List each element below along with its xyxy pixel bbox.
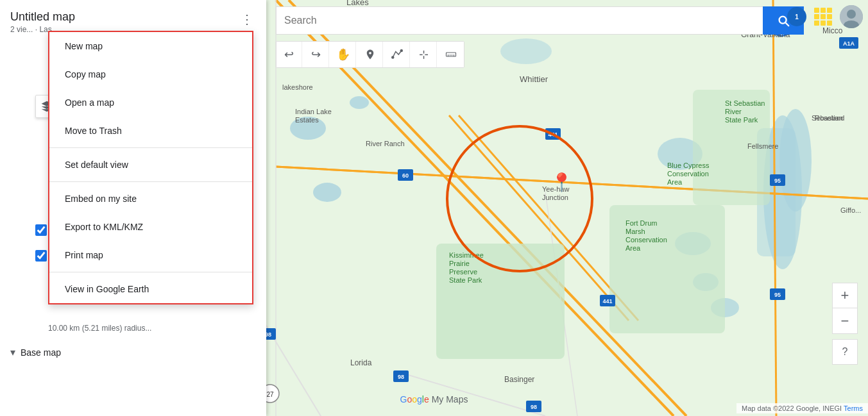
draw-line-button[interactable] bbox=[384, 42, 410, 67]
svg-text:95: 95 bbox=[774, 178, 781, 184]
svg-text:Prairie: Prairie bbox=[449, 260, 470, 267]
svg-point-86 bbox=[400, 50, 402, 52]
sidebar-map-title: Untitled map bbox=[10, 10, 75, 24]
menu-item-embed-on-site[interactable]: Embed on my site bbox=[49, 185, 252, 213]
chevron-down-icon: ▾ bbox=[10, 346, 15, 358]
context-menu: New mapCopy mapOpen a mapMove to TrashSe… bbox=[48, 31, 253, 304]
google-logo: Google My Maps bbox=[400, 394, 468, 404]
top-right-area: 1 bbox=[787, 5, 863, 28]
svg-text:98: 98 bbox=[531, 404, 537, 410]
svg-text:Preserve: Preserve bbox=[449, 268, 477, 276]
svg-point-6 bbox=[350, 96, 369, 109]
ruler-button[interactable] bbox=[438, 42, 464, 67]
apps-grid-button[interactable] bbox=[814, 8, 832, 26]
svg-text:River Ranch: River Ranch bbox=[366, 140, 405, 147]
svg-point-85 bbox=[391, 56, 393, 58]
zoom-controls: + − ? bbox=[832, 283, 858, 365]
road-sign-icon: 1 bbox=[787, 7, 806, 26]
svg-text:Fort Drum: Fort Drum bbox=[625, 219, 658, 227]
menu-divider-4 bbox=[49, 181, 252, 182]
layer-checkbox-2-row bbox=[35, 250, 47, 262]
svg-text:Area: Area bbox=[667, 178, 683, 186]
zoom-out-button[interactable]: − bbox=[832, 308, 858, 334]
svg-text:Blue Cypress: Blue Cypress bbox=[667, 162, 710, 169]
menu-item-copy-map[interactable]: Copy map bbox=[49, 60, 252, 88]
svg-text:A1A: A1A bbox=[843, 40, 855, 47]
menu-item-new-map[interactable]: New map bbox=[49, 32, 252, 60]
svg-text:Fellsmere: Fellsmere bbox=[747, 142, 778, 150]
svg-text:Marsh: Marsh bbox=[625, 228, 645, 235]
svg-text:Area: Area bbox=[625, 244, 641, 252]
pan-button[interactable]: ✋ bbox=[330, 42, 356, 67]
svg-text:Estates: Estates bbox=[295, 116, 319, 124]
menu-divider-3 bbox=[49, 147, 252, 148]
svg-text:Kissimmee: Kissimmee bbox=[449, 251, 484, 259]
marker2-button[interactable]: ⊹ bbox=[411, 42, 437, 67]
svg-text:Lorida: Lorida bbox=[350, 358, 372, 367]
svg-text:60: 60 bbox=[402, 172, 409, 179]
layer-checkbox-2[interactable] bbox=[35, 250, 47, 262]
map-attribution: Map data ©2022 Google, INEGI Terms bbox=[736, 403, 868, 413]
svg-point-93 bbox=[847, 10, 856, 19]
search-input[interactable] bbox=[276, 6, 763, 35]
svg-text:98: 98 bbox=[398, 374, 404, 380]
redo-button[interactable]: ↪ bbox=[303, 42, 329, 67]
marker-button[interactable] bbox=[357, 42, 383, 67]
svg-text:St Sebastian: St Sebastian bbox=[725, 99, 765, 107]
avatar-image bbox=[840, 5, 863, 28]
svg-text:Indian Lake: Indian Lake bbox=[295, 108, 332, 115]
svg-text:State Park: State Park bbox=[449, 276, 482, 284]
svg-rect-87 bbox=[447, 53, 456, 56]
svg-text:Whittier: Whittier bbox=[520, 74, 549, 84]
svg-point-12 bbox=[500, 38, 552, 64]
zoom-in-button[interactable]: + bbox=[832, 283, 858, 308]
svg-text:95: 95 bbox=[774, 292, 781, 298]
menu-item-view-google-earth[interactable]: View in Google Earth bbox=[49, 275, 252, 303]
base-map-row[interactable]: ▾ Base map bbox=[10, 346, 61, 358]
menu-item-print-map[interactable]: Print map bbox=[49, 241, 252, 269]
toolbar: ↩ ↪ ✋ ⊹ bbox=[276, 41, 464, 68]
layer-checkbox-1-row bbox=[35, 224, 47, 236]
svg-text:State Park: State Park bbox=[725, 116, 758, 124]
map-pin: 📍 bbox=[550, 172, 573, 193]
menu-divider-7 bbox=[49, 272, 252, 272]
svg-text:27: 27 bbox=[266, 391, 274, 398]
svg-text:River: River bbox=[725, 108, 742, 115]
menu-item-move-to-trash[interactable]: Move to Trash bbox=[49, 117, 252, 145]
menu-item-set-default-view[interactable]: Set default view bbox=[49, 151, 252, 179]
svg-text:lakeshore: lakeshore bbox=[282, 83, 313, 91]
svg-text:Basinger: Basinger bbox=[504, 375, 534, 384]
svg-text:Conservation: Conservation bbox=[625, 236, 667, 244]
svg-text:Conservation: Conservation bbox=[667, 170, 709, 178]
sidebar-circle-label: 10.00 km (5.21 miles) radius... bbox=[48, 324, 256, 333]
map-more-options-button[interactable]: ⋮ bbox=[238, 10, 256, 28]
svg-point-5 bbox=[313, 183, 341, 202]
base-map-label: Base map bbox=[21, 347, 61, 358]
svg-text:Junction: Junction bbox=[542, 194, 568, 201]
svg-text:441: 441 bbox=[548, 131, 557, 138]
svg-text:Roseland: Roseland bbox=[815, 114, 844, 122]
menu-item-open-map[interactable]: Open a map bbox=[49, 88, 252, 117]
user-avatar[interactable] bbox=[840, 5, 863, 28]
terms-link[interactable]: Terms bbox=[844, 404, 863, 412]
layer-checkbox-1[interactable] bbox=[35, 224, 47, 236]
undo-button[interactable]: ↩ bbox=[277, 42, 302, 67]
menu-item-export-kml[interactable]: Export to KML/KMZ bbox=[49, 213, 252, 241]
zoom-help-button[interactable]: ? bbox=[832, 339, 858, 365]
svg-text:Giffo...: Giffo... bbox=[840, 206, 861, 214]
search-container bbox=[276, 6, 804, 35]
svg-text:441: 441 bbox=[602, 298, 612, 304]
